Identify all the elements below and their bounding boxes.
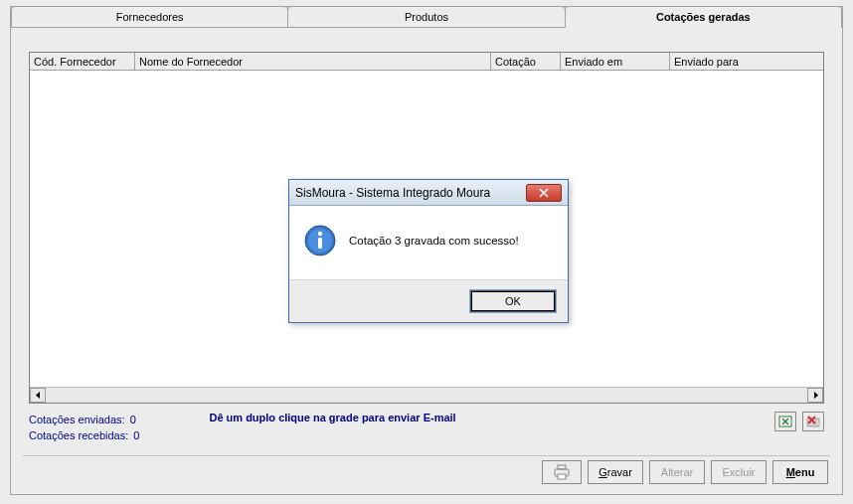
- svg-rect-13: [318, 238, 322, 249]
- alterar-button[interactable]: Alterar: [649, 460, 705, 484]
- grid-header-cod-fornecedor[interactable]: Cód. Fornecedor: [30, 53, 135, 70]
- svg-rect-9: [558, 474, 566, 479]
- button-label-rest: enu: [795, 466, 815, 478]
- close-icon: [538, 188, 550, 198]
- info-icon: [303, 224, 337, 257]
- dialog-body: Cotação 3 gravada com sucesso!: [289, 206, 568, 279]
- button-label: OK: [505, 295, 521, 307]
- status-area: Cotações enviadas: 0 Cotações recebidas:…: [29, 412, 824, 451]
- svg-point-12: [318, 232, 322, 236]
- export-excel-button[interactable]: [774, 412, 796, 431]
- button-label: Alterar: [661, 466, 693, 478]
- dialog-footer: OK: [289, 279, 568, 322]
- horizontal-scrollbar[interactable]: [30, 387, 823, 403]
- tab-bar: Fornecedores Produtos Cotações geradas: [11, 6, 842, 28]
- dialog-titlebar[interactable]: SisMoura - Sistema Integrado Moura: [289, 180, 568, 206]
- printer-icon: [552, 464, 572, 480]
- grid-header-cotacao[interactable]: Cotação: [491, 53, 561, 70]
- excel-icon: [778, 415, 792, 428]
- tab-fornecedores[interactable]: Fornecedores: [11, 6, 288, 28]
- dialog-title: SisMoura - Sistema Integrado Moura: [295, 186, 526, 200]
- tab-produtos[interactable]: Produtos: [287, 6, 565, 28]
- svg-marker-1: [814, 392, 818, 399]
- status-counts: Cotações enviadas: 0 Cotações recebidas:…: [29, 412, 139, 443]
- triangle-right-icon: [812, 392, 819, 399]
- print-button[interactable]: [542, 460, 582, 484]
- recebidas-value: 0: [133, 429, 139, 441]
- tab-cotacoes-geradas[interactable]: Cotações geradas: [565, 6, 842, 28]
- separator: [23, 455, 830, 456]
- tab-label: Cotações geradas: [656, 11, 751, 23]
- svg-rect-8: [558, 465, 566, 469]
- gravar-button[interactable]: Gravar: [588, 460, 643, 484]
- excluir-button[interactable]: Excluir: [711, 460, 767, 484]
- svg-marker-0: [36, 392, 40, 399]
- status-icons: [774, 412, 824, 431]
- enviadas-label: Cotações enviadas:: [29, 414, 125, 425]
- scroll-track[interactable]: [46, 388, 807, 403]
- grid-header-enviado-para[interactable]: Enviado para: [670, 53, 823, 70]
- button-accelerator: M: [786, 466, 795, 478]
- dialog-close-button[interactable]: [526, 184, 562, 202]
- tab-label: Produtos: [405, 11, 448, 23]
- message-dialog: SisMoura - Sistema Integrado Moura Cotaç…: [288, 179, 569, 323]
- triangle-left-icon: [35, 392, 42, 399]
- bottom-toolbar: Gravar Alterar Excluir Menu: [542, 460, 828, 484]
- dialog-ok-button[interactable]: OK: [470, 290, 556, 312]
- button-label: Excluir: [722, 466, 755, 478]
- tab-label: Fornecedores: [116, 11, 184, 23]
- dialog-message: Cotação 3 gravada com sucesso!: [349, 235, 519, 247]
- grid-header: Cód. Fornecedor Nome do Fornecedor Cotaç…: [30, 53, 823, 71]
- scroll-right-button[interactable]: [807, 388, 823, 403]
- button-label-rest: ravar: [607, 466, 632, 478]
- status-hint: Dê um duplo clique na grade para enviar …: [209, 412, 455, 423]
- delete-icon: [806, 415, 820, 428]
- enviadas-value: 0: [130, 414, 136, 425]
- recebidas-label: Cotações recebidas:: [29, 429, 128, 441]
- button-accelerator: G: [598, 466, 607, 478]
- menu-button[interactable]: Menu: [772, 460, 828, 484]
- clear-grid-button[interactable]: [802, 412, 824, 431]
- scroll-left-button[interactable]: [30, 388, 46, 403]
- grid-header-nome-fornecedor[interactable]: Nome do Fornecedor: [135, 53, 491, 70]
- grid-header-enviado-em[interactable]: Enviado em: [561, 53, 670, 70]
